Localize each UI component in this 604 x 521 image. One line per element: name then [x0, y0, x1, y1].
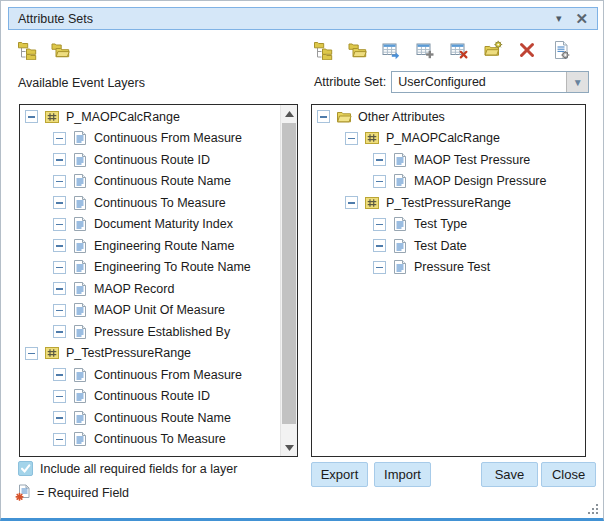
- tree-item[interactable]: MAOP Test Pressure: [312, 149, 585, 171]
- tree-item-label: Continuous From Measure: [94, 368, 242, 382]
- collapse-toggle-icon[interactable]: [53, 282, 66, 295]
- collapse-toggle-icon[interactable]: [373, 261, 386, 274]
- import-button[interactable]: Import: [374, 462, 431, 487]
- tree-item-label: Pressure Test: [414, 260, 490, 274]
- include-required-checkbox[interactable]: [18, 461, 33, 476]
- collapse-toggle-icon[interactable]: [345, 132, 358, 145]
- new-attribute-set-icon[interactable]: [483, 40, 503, 60]
- collapse-toggle-icon[interactable]: [53, 390, 66, 403]
- collapse-toggle-icon[interactable]: [53, 153, 66, 166]
- tree-item[interactable]: MAOP Record: [20, 278, 280, 300]
- tree-item[interactable]: P_MAOPCalcRange: [312, 128, 585, 150]
- resize-grip[interactable]: [588, 504, 600, 516]
- attribute-set-tree: Other AttributesP_MAOPCalcRangeMAOP Test…: [312, 105, 585, 456]
- collapse-all-attributes-icon[interactable]: [347, 40, 367, 60]
- tree-item-label: Other Attributes: [358, 110, 445, 124]
- collapse-toggle-icon[interactable]: [53, 218, 66, 231]
- field-icon: [392, 216, 408, 232]
- tree-item-label: Test Type: [414, 217, 467, 231]
- collapse-toggle-icon[interactable]: [373, 218, 386, 231]
- event-layer-icon: [364, 130, 380, 146]
- export-button[interactable]: Export: [311, 462, 368, 487]
- expand-all-attributes-icon[interactable]: [313, 40, 333, 60]
- collapse-toggle-icon[interactable]: [53, 132, 66, 145]
- collapse-toggle-icon[interactable]: [25, 347, 38, 360]
- collapse-toggle-icon[interactable]: [53, 325, 66, 338]
- field-icon: [392, 259, 408, 275]
- scroll-up-icon[interactable]: [281, 105, 297, 122]
- collapse-toggle-icon[interactable]: [53, 304, 66, 317]
- field-icon: [72, 367, 88, 383]
- attribute-set-row: Attribute Set: UserConfigured ▼: [314, 71, 589, 93]
- layers-toolbar: [17, 40, 70, 60]
- tree-item-label: Continuous Route Name: [94, 411, 231, 425]
- collapse-toggle-icon[interactable]: [53, 411, 66, 424]
- chevron-down-icon[interactable]: ▼: [566, 72, 588, 92]
- tree-item[interactable]: Engineering Route Name: [20, 235, 280, 257]
- collapse-toggle-icon[interactable]: [53, 239, 66, 252]
- available-layers-tree: P_MAOPCalcRangeContinuous From MeasureCo…: [20, 105, 280, 456]
- tree-item-label: Engineering To Route Name: [94, 260, 251, 274]
- save-button[interactable]: Save: [481, 462, 538, 487]
- collapse-toggle-icon[interactable]: [53, 433, 66, 446]
- scrollbar-thumb[interactable]: [282, 123, 296, 424]
- tree-item[interactable]: Continuous Route Name: [20, 171, 280, 193]
- tree-item[interactable]: P_TestPressureRange: [312, 192, 585, 214]
- available-layers-panel: P_MAOPCalcRangeContinuous From MeasureCo…: [19, 104, 298, 457]
- tree-item[interactable]: Document Maturity Index: [20, 214, 280, 236]
- remove-field-icon[interactable]: [449, 40, 469, 60]
- close-icon[interactable]: ✕: [575, 11, 588, 26]
- scroll-down-icon[interactable]: [281, 439, 297, 456]
- expand-all-layers-icon[interactable]: [17, 40, 37, 60]
- tree-item[interactable]: Continuous Route Name: [20, 407, 280, 429]
- required-field-label: = Required Field: [37, 486, 129, 500]
- attribute-set-combobox[interactable]: UserConfigured ▼: [391, 71, 589, 93]
- auto-hide-icon[interactable]: ▾: [556, 13, 562, 24]
- close-button[interactable]: Close: [541, 462, 596, 487]
- collapse-toggle-icon[interactable]: [53, 196, 66, 209]
- field-icon: [72, 152, 88, 168]
- collapse-toggle-icon[interactable]: [317, 110, 330, 123]
- field-icon: [72, 324, 88, 340]
- tree-item[interactable]: Pressure Test: [312, 257, 585, 279]
- tree-item-label: Pressure Established By: [94, 325, 230, 339]
- tree-item[interactable]: Continuous From Measure: [20, 364, 280, 386]
- tree-item[interactable]: Continuous To Measure: [20, 192, 280, 214]
- tree-item[interactable]: P_MAOPCalcRange: [20, 106, 280, 128]
- tree-item-label: P_MAOPCalcRange: [66, 110, 180, 124]
- tree-item[interactable]: P_TestPressureRange: [20, 343, 280, 365]
- collapse-all-layers-icon[interactable]: [50, 40, 70, 60]
- collapse-toggle-icon[interactable]: [373, 239, 386, 252]
- tree-item[interactable]: Continuous To Measure: [20, 429, 280, 451]
- attribute-set-toolbar: [313, 40, 571, 60]
- delete-attribute-set-icon[interactable]: [517, 40, 537, 60]
- tree-item[interactable]: Continuous Route ID: [20, 386, 280, 408]
- tree-item[interactable]: Test Date: [312, 235, 585, 257]
- tree-item-label: Continuous To Measure: [94, 432, 226, 446]
- tree-item[interactable]: Test Type: [312, 214, 585, 236]
- tree-item[interactable]: Continuous From Measure: [20, 128, 280, 150]
- attribute-set-value: UserConfigured: [392, 75, 566, 89]
- collapse-toggle-icon[interactable]: [25, 110, 38, 123]
- tree-item-label: Engineering Route Name: [94, 239, 234, 253]
- add-field-icon[interactable]: [415, 40, 435, 60]
- field-icon: [392, 238, 408, 254]
- collapse-toggle-icon[interactable]: [345, 196, 358, 209]
- collapse-toggle-icon[interactable]: [373, 153, 386, 166]
- collapse-toggle-icon[interactable]: [53, 368, 66, 381]
- add-event-layer-icon[interactable]: [381, 40, 401, 60]
- tree-item[interactable]: Engineering To Route Name: [20, 257, 280, 279]
- vertical-scrollbar[interactable]: [280, 105, 297, 456]
- tree-item[interactable]: Continuous Route ID: [20, 149, 280, 171]
- required-field-icon: [15, 484, 32, 501]
- attribute-set-properties-icon[interactable]: [551, 40, 571, 60]
- collapse-toggle-icon[interactable]: [53, 175, 66, 188]
- tree-item[interactable]: Pressure Established By: [20, 321, 280, 343]
- titlebar[interactable]: Attribute Sets ▾ ✕: [8, 7, 598, 30]
- tree-item-label: P_TestPressureRange: [386, 196, 511, 210]
- collapse-toggle-icon[interactable]: [373, 175, 386, 188]
- tree-item[interactable]: Other Attributes: [312, 106, 585, 128]
- collapse-toggle-icon[interactable]: [53, 261, 66, 274]
- tree-item[interactable]: MAOP Design Pressure: [312, 171, 585, 193]
- tree-item[interactable]: MAOP Unit Of Measure: [20, 300, 280, 322]
